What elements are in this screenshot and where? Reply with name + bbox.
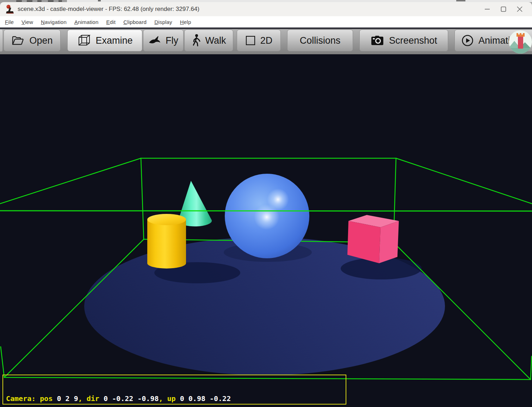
toolbar-edge [0,30,2,51]
app-icon [5,4,14,14]
menu-bar: File View Navigation Animation Edit Clip… [0,16,532,27]
bird-icon [148,35,161,46]
play-circle-icon [461,34,474,47]
toolbar: Open Examine Fly Walk 2D Collisions [0,27,532,54]
open-label: Open [29,35,52,46]
close-icon [516,6,523,13]
fly-label: Fly [166,35,178,46]
camera-icon [370,35,384,46]
collisions-button[interactable]: Collisions [287,30,353,51]
title-bar: scene.x3d - castle-model-viewer - FPS: 6… [0,2,532,16]
menu-file[interactable]: File [1,19,18,25]
walk-button[interactable]: Walk [184,30,233,51]
walk-label: Walk [205,35,226,46]
menu-clipboard[interactable]: Clipboard [119,19,150,25]
menu-view[interactable]: View [18,19,37,25]
collisions-label: Collisions [300,35,341,46]
screenshot-button[interactable]: Screenshot [359,30,448,51]
menu-animation[interactable]: Animation [70,19,103,25]
menu-help[interactable]: Help [176,19,195,25]
twod-label: 2D [260,35,273,46]
maximize-button[interactable] [495,3,512,15]
twod-button[interactable]: 2D [237,30,281,51]
status-panel: Camera: pos 0 2 9, dir 0 -0.22 -0.98, up… [2,375,346,405]
cylinder [147,214,186,269]
maximize-icon [500,6,507,12]
minimize-icon [484,6,490,12]
fly-button[interactable]: Fly [143,30,184,51]
close-button[interactable] [512,3,528,15]
examine-button[interactable]: Examine [67,30,142,51]
castle-engine-logo [509,30,532,54]
menu-navigation[interactable]: Navigation [37,19,70,25]
wireframe-cube-icon [77,34,91,47]
examine-label: Examine [95,35,132,46]
square-outline-icon [245,35,256,46]
screenshot-label: Screenshot [389,35,437,46]
minimize-button[interactable] [479,3,495,15]
sphere [225,174,309,258]
open-folder-icon [11,35,25,47]
box [347,215,399,263]
menu-edit[interactable]: Edit [102,19,119,25]
status-camera-line: Camera: pos 0 2 9, dir 0 -0.22 -0.98, up… [6,394,346,403]
3d-viewport[interactable] [0,54,532,407]
window-title: scene.x3d - castle-model-viewer - FPS: 6… [18,6,199,13]
open-button[interactable]: Open [4,30,61,51]
walking-person-icon [192,34,201,47]
menu-display[interactable]: Display [150,19,176,25]
